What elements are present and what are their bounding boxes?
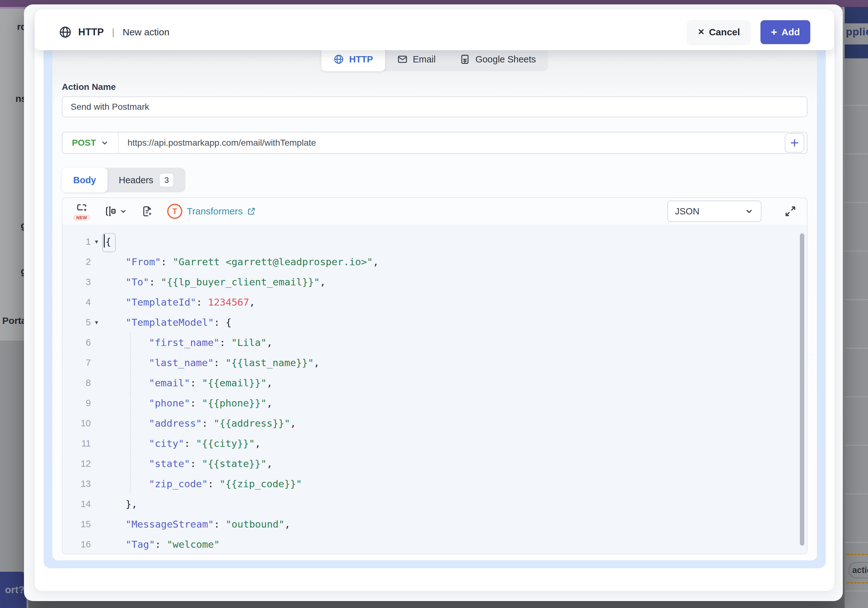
code-text: }, bbox=[102, 494, 137, 514]
body-editor: NEW bbox=[62, 197, 808, 554]
code-text: "TemplateId": 1234567, bbox=[102, 292, 255, 312]
support-widget-fragment[interactable]: ort? bbox=[0, 572, 26, 608]
code-line: 2"From": "Garrett <garrett@leadprosper.i… bbox=[62, 252, 807, 272]
indent-guide bbox=[130, 373, 130, 393]
fold-slot bbox=[91, 292, 102, 312]
chevron-down-icon bbox=[119, 207, 127, 215]
line-number: 2 bbox=[62, 252, 91, 272]
method-select[interactable]: POST bbox=[62, 133, 119, 153]
line-number: 15 bbox=[62, 514, 91, 534]
document-template-tool[interactable] bbox=[141, 205, 153, 217]
background-table-row-dark bbox=[845, 7, 868, 23]
line-number: 5 bbox=[62, 312, 91, 333]
tab-body[interactable]: Body bbox=[62, 168, 107, 192]
tab-label: Headers bbox=[119, 175, 153, 186]
modal-header: HTTP | New action ✕ Cancel + Add bbox=[35, 14, 834, 50]
code-text: "last_name": "{{last_name}}", bbox=[102, 353, 319, 373]
matching-bracket-highlight: { bbox=[102, 233, 116, 252]
globe-icon bbox=[59, 26, 72, 39]
code-text: "email": "{{email}}", bbox=[102, 373, 273, 393]
tab-label: Body bbox=[73, 175, 96, 186]
screen: rdnsggr Porta pplier actions ort? bbox=[0, 0, 868, 608]
code-line: 11"city": "{{city}}", bbox=[62, 433, 807, 453]
code-text: "state": "{{state}}", bbox=[102, 453, 273, 473]
tab-email[interactable]: Email bbox=[385, 47, 448, 71]
sidebar-item-fragment: r Porta bbox=[0, 316, 26, 326]
transformers-logo-icon: T bbox=[167, 204, 182, 219]
chevron-down-icon bbox=[744, 207, 754, 216]
tab-label: Email bbox=[413, 54, 436, 65]
envelope-icon bbox=[397, 54, 408, 65]
request-url-row: POST https://api.postmarkapp.com/email/w… bbox=[62, 132, 808, 154]
fold-slot bbox=[91, 494, 102, 514]
fold-slot bbox=[91, 333, 102, 353]
code-text: "city": "{{city}}", bbox=[102, 433, 261, 453]
fold-slot bbox=[91, 272, 102, 292]
code-text: "TemplateModel": { bbox=[102, 312, 231, 333]
code-text: "address": "{{address}}", bbox=[102, 413, 296, 433]
tab-headers[interactable]: Headers 3 bbox=[107, 168, 186, 192]
line-number: 9 bbox=[62, 393, 91, 413]
line-number: 8 bbox=[62, 373, 91, 393]
snippet-tool[interactable]: NEW bbox=[73, 202, 90, 221]
cancel-button[interactable]: ✕ Cancel bbox=[687, 20, 750, 44]
line-number: 13 bbox=[62, 473, 91, 494]
fold-slot bbox=[91, 252, 102, 272]
code-line: 10"address": "{{address}}", bbox=[62, 413, 807, 433]
insert-variable-icon bbox=[104, 205, 117, 218]
modal-app-label: HTTP bbox=[78, 26, 104, 38]
code-line: 4"TemplateId": 1234567, bbox=[62, 292, 807, 312]
line-number: 6 bbox=[62, 333, 91, 353]
indent-guide bbox=[130, 333, 130, 353]
code-text: "first_name": "Lila", bbox=[102, 333, 273, 353]
code-editor-area[interactable]: 1▾{2"From": "Garrett <garrett@leadprospe… bbox=[62, 224, 807, 554]
fold-arrow-icon[interactable]: ▾ bbox=[91, 312, 102, 333]
code-line: 13"zip_code": "{{zip_code}}" bbox=[62, 473, 807, 494]
language-selected: JSON bbox=[675, 206, 699, 217]
code-lines: 1▾{2"From": "Garrett <garrett@leadprospe… bbox=[62, 232, 807, 554]
fold-slot bbox=[91, 453, 102, 473]
indent-guide bbox=[130, 433, 130, 453]
modal-title: New action bbox=[123, 27, 169, 37]
tab-http[interactable]: HTTP bbox=[321, 47, 385, 71]
code-line: 8"email": "{{email}}", bbox=[62, 373, 807, 393]
line-number: 7 bbox=[62, 353, 91, 373]
code-text: { bbox=[102, 232, 116, 252]
action-name-input[interactable] bbox=[62, 96, 808, 117]
language-select[interactable]: JSON bbox=[667, 201, 761, 222]
code-line: 3"To": "{{lp_buyer_client_email}}", bbox=[62, 272, 807, 292]
action-name-label: Action Name bbox=[62, 82, 808, 92]
new-action-modal: HTTP Email Google Sheets bbox=[24, 5, 843, 601]
plus-icon: + bbox=[771, 26, 777, 38]
code-line: 1▾{ bbox=[62, 232, 807, 252]
code-line: 9"phone": "{{phone}}", bbox=[62, 393, 807, 413]
url-input[interactable]: https://api.postmarkapp.com/email/withTe… bbox=[119, 138, 785, 148]
snippet-icon bbox=[76, 202, 88, 214]
sheet-icon bbox=[460, 54, 470, 65]
indent-guide bbox=[130, 393, 130, 413]
code-line: 12"state": "{{state}}", bbox=[62, 453, 807, 473]
code-text: "To": "{{lp_buyer_client_email}}", bbox=[102, 272, 326, 292]
fold-slot bbox=[91, 393, 102, 413]
editor-scrollbar[interactable] bbox=[800, 234, 804, 546]
action-type-tabs: HTTP Email Google Sheets bbox=[321, 47, 548, 71]
code-line: 6"first_name": "Lila", bbox=[62, 333, 807, 353]
indent-guide bbox=[130, 353, 130, 373]
code-text: "zip_code": "{{zip_code}}" bbox=[102, 473, 302, 494]
expand-editor-button[interactable] bbox=[785, 206, 796, 217]
payload-tabs: Body Headers 3 bbox=[62, 168, 186, 192]
external-link-icon bbox=[247, 207, 256, 216]
code-line: 16"Tag": "welcome" bbox=[62, 534, 807, 554]
headers-count-badge: 3 bbox=[159, 173, 174, 187]
line-number: 3 bbox=[62, 272, 91, 292]
background-actions-fragment: actions bbox=[848, 562, 868, 579]
tab-google-sheets[interactable]: Google Sheets bbox=[448, 47, 548, 71]
fold-slot bbox=[91, 433, 102, 453]
fold-arrow-icon[interactable]: ▾ bbox=[91, 232, 102, 252]
add-url-variable-button[interactable] bbox=[785, 133, 804, 153]
insert-variable-tool[interactable] bbox=[104, 205, 127, 218]
line-number: 1 bbox=[62, 232, 91, 252]
add-button[interactable]: + Add bbox=[761, 20, 810, 44]
transformers-link[interactable]: T Transformers bbox=[167, 204, 256, 219]
code-line: 14}, bbox=[62, 494, 807, 514]
